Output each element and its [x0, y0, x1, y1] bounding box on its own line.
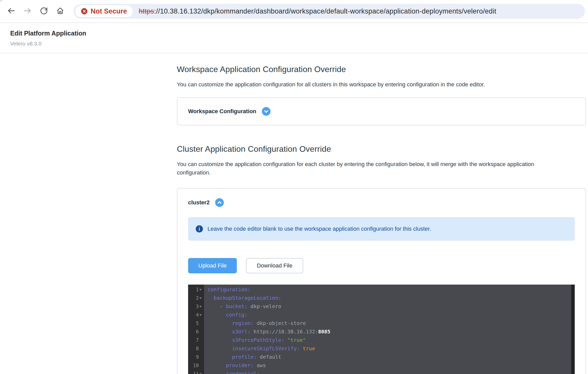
code-line[interactable]: backupStorageLocation: [207, 294, 571, 302]
code-editor[interactable]: 1234567891011 configuration: backupStora… [188, 285, 575, 374]
fold-arrow-placeholder [199, 336, 203, 344]
forward-button[interactable] [23, 7, 32, 16]
chevron-down-icon [262, 107, 271, 116]
file-buttons-row: Upload File Download File [188, 258, 575, 273]
cluster2-panel: cluster2 i Leave the code editor blank t… [177, 188, 586, 374]
code-line[interactable]: profile: default [207, 353, 571, 361]
reload-button[interactable] [39, 7, 48, 16]
cluster-override-heading: Cluster Application Configuration Overri… [177, 144, 586, 154]
line-number[interactable]: 6 [188, 328, 203, 336]
fold-arrow-placeholder [199, 344, 203, 353]
editor-code-area[interactable]: configuration: backupStorageLocation: - … [204, 285, 571, 374]
line-number[interactable]: 1 [188, 285, 203, 294]
fold-arrow-icon[interactable] [199, 370, 203, 374]
page-title: Edit Platform Application [10, 30, 578, 37]
security-badge-label: Not Secure [91, 7, 127, 15]
info-banner-text: Leave the code editor blank to use the w… [207, 226, 431, 232]
code-line[interactable]: region: dkp-object-store [207, 319, 571, 328]
fold-arrow-placeholder [199, 361, 203, 370]
fold-arrow-placeholder [199, 328, 203, 336]
line-number[interactable]: 8 [188, 344, 203, 353]
code-line[interactable]: provider: aws [207, 361, 571, 370]
chevron-up-icon [215, 198, 224, 207]
info-icon: i [196, 225, 203, 232]
line-number[interactable]: 10 [188, 361, 203, 370]
security-badge[interactable]: Not Secure [75, 5, 133, 17]
reload-icon [40, 6, 48, 16]
code-line[interactable]: configuration: [207, 285, 571, 294]
code-line[interactable]: s3ForcePathStyle: "true" [207, 336, 571, 344]
editor-scrollbar[interactable] [571, 285, 575, 374]
workspace-override-heading: Workspace Application Configuration Over… [177, 65, 586, 74]
fold-arrow-placeholder [199, 353, 203, 361]
fold-arrow-icon[interactable] [199, 285, 203, 294]
fold-arrow-icon[interactable] [199, 294, 203, 302]
code-line[interactable]: - bucket: dkp-velero [207, 302, 571, 311]
page-header: Edit Platform Application Velero v8.3.0 [0, 23, 588, 53]
back-arrow-icon [7, 6, 16, 16]
workspace-override-description: You can customize the application config… [177, 80, 567, 89]
workspace-configuration-label: Workspace Configuration [188, 108, 256, 115]
line-number[interactable]: 4 [188, 311, 203, 319]
info-banner: i Leave the code editor blank to use the… [188, 217, 575, 241]
cluster2-panel-header: cluster2 [188, 198, 575, 207]
workspace-configuration-panel: Workspace Configuration [177, 97, 586, 125]
browser-toolbar: Not Secure https://10.38.16.132/dkp/komm… [0, 0, 588, 23]
home-button[interactable] [56, 7, 65, 16]
line-number[interactable]: 2 [188, 294, 203, 302]
browser-window: Not Secure https://10.38.16.132/dkp/komm… [0, 0, 588, 374]
not-secure-octagon-icon [81, 8, 88, 15]
code-line[interactable]: insecureSkipTLSVerify: true [207, 344, 571, 353]
code-line[interactable]: s3Url: https://10.38.16.132:8085 [207, 328, 571, 336]
line-number[interactable]: 9 [188, 353, 203, 361]
cluster2-label: cluster2 [188, 199, 210, 206]
editor-gutter: 1234567891011 [188, 285, 204, 374]
code-line[interactable]: config: [207, 311, 571, 319]
workspace-configuration-expand-button[interactable] [262, 107, 271, 116]
upload-file-button[interactable]: Upload File [188, 258, 237, 273]
line-number[interactable]: 7 [188, 336, 203, 344]
forward-arrow-icon [23, 6, 32, 16]
home-icon [56, 6, 65, 16]
line-number[interactable]: 3 [188, 302, 203, 311]
url-bar[interactable]: Not Secure https://10.38.16.132/dkp/komm… [74, 4, 585, 19]
cluster2-collapse-button[interactable] [215, 198, 224, 207]
fold-arrow-icon[interactable] [199, 311, 203, 319]
main-content: Workspace Application Configuration Over… [177, 65, 586, 374]
fold-arrow-placeholder [199, 319, 203, 328]
url-scheme-struck: https [139, 7, 154, 15]
back-button[interactable] [7, 7, 16, 16]
code-line[interactable]: credential: [207, 370, 571, 374]
page-subtitle: Velero v8.3.0 [10, 41, 578, 47]
cluster-override-description: You can customize the application config… [177, 160, 567, 177]
url-path: ://10.38.16.132/dkp/kommander/dashboard/… [154, 7, 496, 15]
download-file-button[interactable]: Download File [246, 258, 303, 273]
line-number[interactable]: 5 [188, 319, 203, 328]
url-text[interactable]: https://10.38.16.132/dkp/kommander/dashb… [139, 7, 496, 15]
line-number[interactable]: 11 [188, 370, 203, 374]
fold-arrow-icon[interactable] [199, 302, 203, 311]
